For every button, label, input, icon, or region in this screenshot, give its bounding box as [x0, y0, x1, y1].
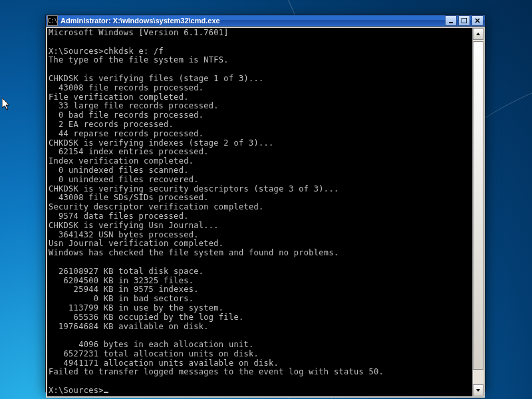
svg-marker-6	[476, 389, 480, 392]
client-area: Microsoft Windows [Version 6.1.7601] X:\…	[46, 27, 485, 398]
scroll-up-button[interactable]	[473, 28, 483, 40]
version-line: Microsoft Windows [Version 6.1.7601]	[49, 28, 229, 37]
scroll-down-button[interactable]	[473, 384, 483, 396]
scroll-track[interactable]	[473, 40, 483, 384]
svg-rect-2	[462, 18, 467, 23]
svg-rect-1	[449, 22, 453, 23]
prompt: X:\Sources>	[49, 47, 104, 56]
minimize-button[interactable]	[445, 15, 457, 26]
close-button[interactable]	[471, 15, 483, 26]
titlebar[interactable]: C:\ Administrator: X:\windows\system32\c…	[46, 15, 485, 27]
svg-marker-5	[476, 33, 480, 35]
window-title: Administrator: X:\windows\system32\cmd.e…	[61, 17, 445, 25]
scroll-thumb[interactable]	[473, 41, 483, 370]
chkdsk-output-block: The type of the file system is NTFS. CHK…	[49, 55, 384, 376]
mouse-cursor-icon	[2, 98, 11, 111]
console-output[interactable]: Microsoft Windows [Version 6.1.7601] X:\…	[47, 28, 472, 396]
maximize-button[interactable]	[458, 15, 470, 26]
typed-command: chkdsk e: /f	[104, 47, 164, 56]
vertical-scrollbar[interactable]	[472, 28, 483, 396]
cursor-blink-icon	[104, 392, 108, 393]
cmd-icon: C:\	[47, 15, 58, 26]
cmd-window: C:\ Administrator: X:\windows\system32\c…	[45, 15, 485, 392]
prompt: X:\Sources>	[49, 386, 104, 395]
svg-marker-0	[2, 98, 9, 110]
